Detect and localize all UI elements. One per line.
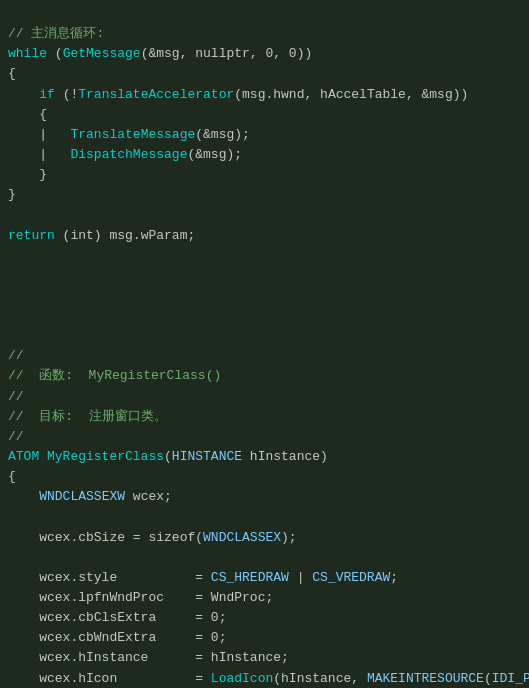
code-editor: // 主消息循环: while (GetMessage(&msg, nullpt… — [0, 0, 529, 688]
keyword-while: while — [8, 46, 47, 61]
comment-line: // 主消息循环: — [8, 26, 104, 41]
